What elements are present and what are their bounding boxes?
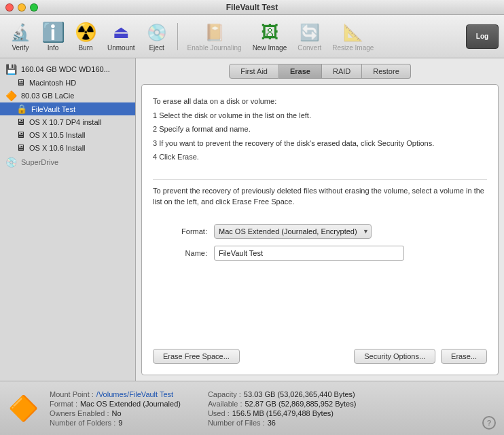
new-image-label: New Image <box>253 44 287 52</box>
instructions-divider <box>153 179 487 180</box>
folders-val: 9 <box>118 419 122 427</box>
mount-point-val[interactable]: /Volumes/FileVault Test <box>96 390 173 398</box>
window-controls[interactable] <box>5 3 38 12</box>
used-row: Used : 156.5 MB (156,479,488 Bytes) <box>208 409 356 417</box>
instruction-line6: To prevent the recovery of previously de… <box>153 185 487 208</box>
unmount-toolbar-item[interactable]: ⏏ Unmount <box>103 19 139 54</box>
erase-buttons-row: Erase Free Space... Security Options... … <box>153 343 487 364</box>
vol-icon-osx105: 🖥 <box>16 130 25 140</box>
unmount-icon: ⏏ <box>110 22 132 43</box>
eject-toolbar-item[interactable]: 💿 Eject <box>142 19 172 54</box>
security-options-button[interactable]: Security Options... <box>354 349 435 364</box>
info-toolbar-item[interactable]: ℹ️ Info <box>38 19 68 54</box>
resize-image-toolbar-item[interactable]: 📐 Resize Image <box>328 19 378 54</box>
log-label: Log <box>476 33 488 40</box>
superdrive-icon: 💿 <box>5 157 17 168</box>
right-panel: First Aid Erase RAID Restore To erase al… <box>136 58 504 381</box>
disk-label-1: 160.04 GB WDC WD160... <box>21 65 110 73</box>
folders-key: Number of Folders : <box>50 419 115 427</box>
convert-toolbar-item[interactable]: 🔄 Convert <box>293 19 325 54</box>
folders-row: Number of Folders : 9 <box>50 419 181 427</box>
verify-toolbar-item[interactable]: 🔬 Verify <box>5 19 35 54</box>
mount-point-row: Mount Point : /Volumes/FileVault Test <box>50 390 181 398</box>
erase-form: Format: Mac OS Extended (Journaled, Encr… <box>153 224 487 267</box>
maximize-button[interactable] <box>30 3 38 12</box>
owners-row: Owners Enabled : No <box>50 409 181 417</box>
capacity-row: Capacity : 53.03 GB (53,026,365,440 Byte… <box>208 390 356 398</box>
vol-label-filevault: FileVault Test <box>31 105 75 113</box>
erase-instructions: To erase all data on a disk or volume: 1… <box>153 96 487 166</box>
sidebar-vol-macintosh-hd[interactable]: 🖥 Macintosh HD <box>0 76 135 89</box>
used-key: Used : <box>208 409 230 417</box>
tab-raid[interactable]: RAID <box>322 64 362 79</box>
log-button[interactable]: Log <box>466 24 499 49</box>
format-select[interactable]: Mac OS Extended (Journaled, Encrypted) M… <box>214 224 372 239</box>
format-status-key: Format : <box>50 400 77 408</box>
capacity-key: Capacity : <box>208 390 241 398</box>
owners-key: Owners Enabled : <box>50 409 109 417</box>
toolbar: 🔬 Verify ℹ️ Info ☢️ Burn ⏏ Unmount 💿 Eje… <box>0 15 504 58</box>
sidebar-disk-1[interactable]: 💾 160.04 GB WDC WD160... <box>0 62 135 76</box>
superdrive-label: SuperDrive <box>21 158 58 166</box>
enable-journaling-toolbar-item[interactable]: 📔 Enable Journaling <box>183 19 246 54</box>
verify-label: Verify <box>12 44 29 52</box>
status-details: Mount Point : /Volumes/FileVault Test Fo… <box>50 390 474 427</box>
used-val: 156.5 MB (156,479,488 Bytes) <box>232 409 334 417</box>
vol-label-osx106: OS X 10.6 Install <box>29 144 86 152</box>
instruction-line3: 2 Specify a format and name. <box>153 124 487 135</box>
eject-label: Eject <box>149 44 164 52</box>
window-title: FileVault Test <box>226 3 278 12</box>
close-button[interactable] <box>5 3 14 12</box>
sidebar-vol-osx107[interactable]: 🖥 OS X 10.7 DP4 install <box>0 115 135 128</box>
sidebar-superdrive: 💿 SuperDrive <box>0 154 135 170</box>
erase-free-space-button[interactable]: Erase Free Space... <box>153 349 240 364</box>
status-col-left: Mount Point : /Volumes/FileVault Test Fo… <box>50 390 181 427</box>
vol-label-macintosh-hd: Macintosh HD <box>29 79 76 87</box>
disk-label-2: 80.03 GB LaCie <box>21 92 74 100</box>
disk-icon-1: 💾 <box>5 64 17 75</box>
burn-label: Burn <box>78 44 92 52</box>
sidebar: 💾 160.04 GB WDC WD160... 🖥 Macintosh HD … <box>0 58 136 381</box>
format-select-wrapper: Mac OS Extended (Journaled, Encrypted) M… <box>214 224 372 239</box>
resize-image-label: Resize Image <box>332 44 374 52</box>
tab-restore[interactable]: Restore <box>362 64 411 79</box>
convert-label: Convert <box>298 44 321 52</box>
available-row: Available : 52.87 GB (52,869,885,952 Byt… <box>208 400 356 408</box>
tab-first-aid[interactable]: First Aid <box>229 64 279 79</box>
sidebar-vol-osx105[interactable]: 🖥 OS X 10.5 Install <box>0 128 135 141</box>
sidebar-vol-osx106[interactable]: 🖥 OS X 10.6 Install <box>0 141 135 154</box>
info-icon: ℹ️ <box>42 22 64 43</box>
format-row: Format: Mac OS Extended (Journaled, Encr… <box>153 224 487 239</box>
title-bar: FileVault Test <box>0 0 504 15</box>
status-bar: 🔶 Mount Point : /Volumes/FileVault Test … <box>0 381 504 435</box>
vol-icon-macintosh-hd: 🖥 <box>16 77 25 88</box>
toolbar-separator-1 <box>177 23 178 50</box>
files-key: Number of Files : <box>208 419 265 427</box>
name-input[interactable] <box>214 246 404 261</box>
name-row: Name: <box>153 246 487 261</box>
sidebar-vol-filevault-test[interactable]: 🔒 FileVault Test <box>0 102 135 115</box>
erase-button[interactable]: Erase... <box>441 349 487 364</box>
instruction-line5: 4 Click Erase. <box>153 151 487 163</box>
main-content: 💾 160.04 GB WDC WD160... 🖥 Macintosh HD … <box>0 58 504 381</box>
files-val: 36 <box>268 419 276 427</box>
erase-instructions-2: To prevent the recovery of previously de… <box>153 185 487 210</box>
status-disk-icon: 🔶 <box>8 394 39 423</box>
verify-icon: 🔬 <box>10 22 31 43</box>
instruction-line2: 1 Select the disk or volume in the list … <box>153 110 487 121</box>
available-val: 52.87 GB (52,869,885,952 Bytes) <box>245 400 356 408</box>
status-col-right: Capacity : 53.03 GB (53,026,365,440 Byte… <box>208 390 356 427</box>
owners-val: No <box>111 409 121 417</box>
tab-erase[interactable]: Erase <box>279 64 322 79</box>
burn-toolbar-item[interactable]: ☢️ Burn <box>71 19 101 54</box>
instruction-line1: To erase all data on a disk or volume: <box>153 96 487 107</box>
enable-journaling-label: Enable Journaling <box>187 44 242 52</box>
files-row: Number of Files : 36 <box>208 419 356 427</box>
minimize-button[interactable] <box>18 3 26 12</box>
new-image-toolbar-item[interactable]: 🖼 New Image <box>249 19 291 54</box>
help-button[interactable]: ? <box>482 416 496 430</box>
sidebar-disk-2[interactable]: 🔶 80.03 GB LaCie <box>0 89 135 102</box>
vol-icon-filevault: 🔒 <box>16 104 27 114</box>
name-label: Name: <box>153 249 207 257</box>
right-buttons-group: Security Options... Erase... <box>354 349 487 364</box>
